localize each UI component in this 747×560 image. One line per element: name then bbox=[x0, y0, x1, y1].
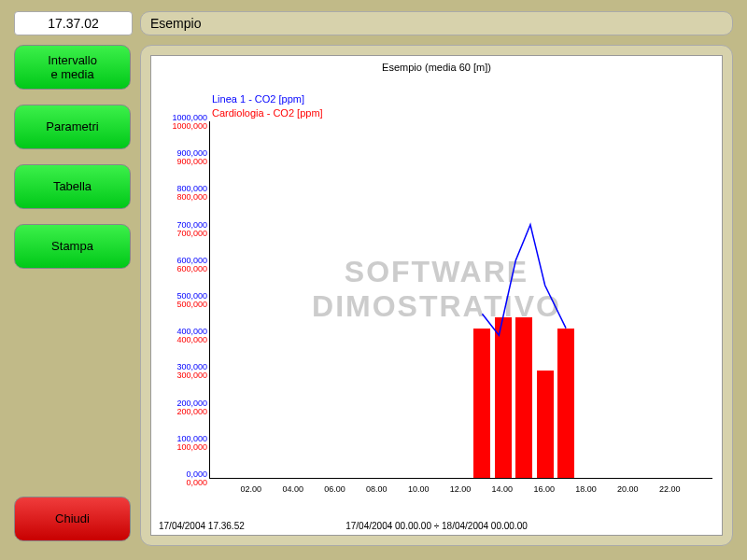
bar bbox=[557, 329, 574, 478]
window-title: Esempio bbox=[140, 11, 733, 35]
legend-series-2: Cardiologia - CO2 [ppm] bbox=[212, 107, 323, 119]
x-tick: 02.00 bbox=[241, 484, 262, 494]
x-tick: 12.00 bbox=[450, 484, 472, 494]
x-tick: 18.00 bbox=[575, 484, 597, 494]
button-label-line1: Intervallo bbox=[48, 53, 97, 67]
bar bbox=[515, 317, 532, 478]
clock-display: 17.37.02 bbox=[14, 11, 133, 35]
sidebar: Intervallo e media Parametri Tabella Sta… bbox=[14, 45, 131, 284]
tabella-button[interactable]: Tabella bbox=[14, 164, 131, 209]
x-tick: 04.00 bbox=[282, 484, 303, 494]
x-tick: 14.00 bbox=[492, 484, 514, 494]
x-tick: 08.00 bbox=[366, 484, 388, 494]
x-tick: 06.00 bbox=[324, 484, 345, 494]
parametri-button[interactable]: Parametri bbox=[14, 105, 131, 149]
chart-title: Esempio (media 60 [m]) bbox=[151, 62, 722, 73]
intervallo-e-media-button[interactable]: Intervallo e media bbox=[14, 45, 131, 90]
bar bbox=[495, 317, 512, 478]
bar bbox=[473, 329, 490, 478]
y-tick: 300,000300,000 bbox=[151, 363, 207, 380]
y-tick: 200,000200,000 bbox=[151, 399, 207, 416]
x-tick: 10.00 bbox=[408, 484, 430, 494]
x-axis-ticks: 02.0004.0006.0008.0010.0012.0014.0016.00… bbox=[209, 484, 712, 497]
chart-area: Esempio (media 60 [m]) Linea 1 - CO2 [pp… bbox=[150, 55, 723, 536]
y-tick: 600,000600,000 bbox=[151, 257, 207, 273]
y-tick: 900,000900,000 bbox=[151, 149, 207, 166]
chart-panel: Esempio (media 60 [m]) Linea 1 - CO2 [pp… bbox=[140, 45, 733, 546]
button-label-line2: e media bbox=[50, 67, 93, 81]
y-tick: 500,000500,000 bbox=[151, 292, 207, 309]
y-tick: 800,000800,000 bbox=[151, 185, 207, 202]
y-tick: 0,0000,000 bbox=[151, 470, 207, 487]
chart-footer-range: 17/04/2004 00.00.00 ÷ 18/04/2004 00.00.0… bbox=[151, 521, 722, 531]
plot-region bbox=[209, 121, 712, 479]
y-tick: 700,000700,000 bbox=[151, 221, 207, 238]
y-axis-ticks: 0,0000,000100,000100,000200,000200,00030… bbox=[151, 121, 209, 479]
y-tick: 100,000100,000 bbox=[151, 435, 207, 452]
x-tick: 16.00 bbox=[533, 484, 555, 494]
legend-series-1: Linea 1 - CO2 [ppm] bbox=[212, 93, 304, 105]
y-tick: 400,000400,000 bbox=[151, 328, 207, 344]
x-tick: 20.00 bbox=[617, 484, 639, 494]
bar bbox=[537, 371, 554, 478]
chiudi-button[interactable]: Chiudi bbox=[14, 497, 131, 541]
x-tick: 22.00 bbox=[659, 484, 681, 494]
stampa-button[interactable]: Stampa bbox=[14, 224, 131, 269]
y-tick: 1000,0001000,000 bbox=[151, 114, 207, 131]
